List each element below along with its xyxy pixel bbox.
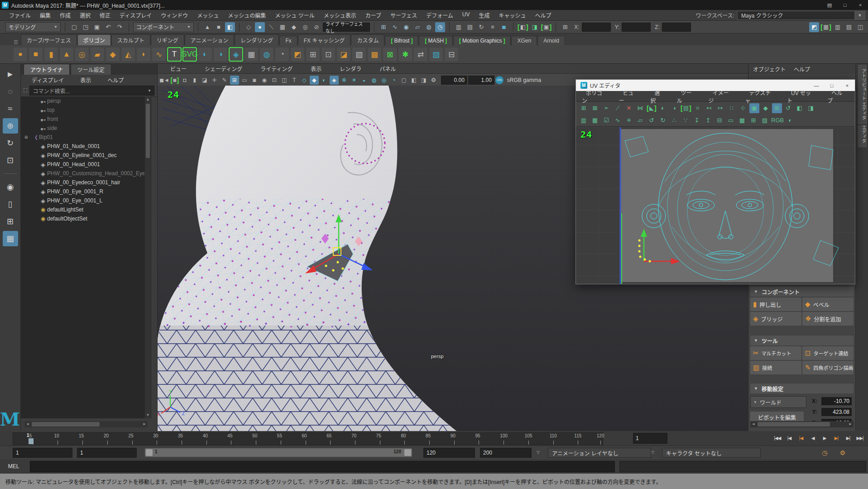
outliner-item-head[interactable]: PHW_00_Head_0001 [21, 160, 151, 169]
uv-shell-pack-icon[interactable]: ∴ [669, 115, 679, 125]
uv-pattern-icon[interactable]: ▨ [760, 115, 770, 125]
range-start-handle[interactable] [146, 449, 153, 456]
poly-disc-icon[interactable]: ◆ [106, 48, 120, 61]
output-connections-icon[interactable]: ▤ [465, 22, 475, 32]
render-icon[interactable]: ◧ [518, 22, 528, 32]
uv-editor-canvas[interactable]: 24 [576, 127, 855, 284]
uv-align-down-icon[interactable]: ↧ [692, 115, 702, 125]
uv-freeze-icon[interactable]: ✳ [624, 115, 634, 125]
scroll-right-icon[interactable]: ► [141, 421, 148, 427]
combine-icon[interactable]: ◍ [260, 48, 273, 61]
outliner-item-eyedeco[interactable]: PHW_00_Eyedeco_0001_hair [21, 178, 151, 187]
current-frame-field[interactable]: 1 [633, 433, 667, 444]
uv-unfold-icon[interactable]: ☑ [601, 115, 611, 125]
uv-flip-v-icon[interactable]: ◑ [669, 103, 679, 113]
depth-of-field-icon[interactable]: ◔ [389, 76, 398, 85]
shelf-tab[interactable]: MASH [419, 36, 453, 45]
boolean-icon[interactable]: ⊞ [306, 48, 320, 61]
outliner-item-eye-l[interactable]: PHW_00_Eye_0001_L [21, 196, 151, 205]
viewport-menu-item[interactable]: 表示 [302, 65, 331, 72]
axis-orientation-dropdown[interactable]: ▼ワールド [750, 396, 806, 408]
menu-item[interactable]: メッシュ [192, 11, 223, 19]
gamma-toggle-button[interactable]: ON [495, 76, 504, 84]
uv-editor-menu-item[interactable]: イメージ [704, 89, 741, 104]
menu-item[interactable]: ヘルプ [531, 11, 556, 19]
shelf-tab[interactable]: カーブ/サーフェス [21, 34, 77, 45]
uv-distribute-icon[interactable]: ∷ [727, 103, 737, 113]
uv-normalize-icon[interactable]: ⊟ [715, 115, 724, 125]
shelf-tab[interactable]: XGen [511, 36, 537, 45]
outliner-item-side[interactable]: side [21, 124, 151, 133]
svg-tool-icon[interactable]: SVG [183, 48, 197, 61]
attribute-editor-toggle-icon[interactable]: ▤ [844, 22, 854, 32]
mask-off-icon[interactable]: ⊘ [312, 22, 321, 32]
uv-select-shell-icon[interactable]: ▥ [579, 115, 589, 125]
save-scene-icon[interactable]: ▣ [92, 22, 102, 32]
snap-curve-icon[interactable]: ∿ [390, 22, 400, 32]
quad-draw-icon[interactable]: ✱ [398, 48, 412, 61]
menu-item[interactable]: 修正 [95, 11, 115, 19]
platonic-solid-icon[interactable]: ◭ [121, 48, 135, 61]
uv-layout-icon[interactable]: ▤ [681, 103, 691, 113]
open-scene-icon[interactable]: ◳ [81, 22, 91, 32]
poly-cube-icon[interactable]: ■ [29, 48, 43, 61]
render-settings-icon[interactable]: ▣ [541, 22, 552, 32]
uv-grid-display-icon[interactable]: ⊞ [772, 103, 782, 113]
component-section-header[interactable]: ▼ コンポーネント [750, 287, 854, 297]
right-panel-menu-item[interactable]: ヘルプ [794, 65, 810, 73]
uv-move-tool-icon[interactable]: ⊠ [590, 103, 600, 113]
grid-icon[interactable]: ⊞ [230, 76, 239, 85]
close-button[interactable]: × [853, 0, 868, 10]
uv-select-face-icon[interactable]: ▦ [590, 115, 600, 125]
select-tool-icon[interactable]: ► [3, 67, 18, 82]
uv-rotate-ccw-icon[interactable]: ↺ [647, 115, 657, 125]
mask-faces-icon[interactable]: ▦ [278, 22, 288, 32]
outliner-item-persp[interactable]: persp [21, 96, 151, 105]
uv-relax-icon[interactable]: ∿ [613, 115, 623, 125]
menu-item[interactable]: サーフェス [386, 11, 422, 19]
command-search-input[interactable]: コマンド検索... ▼ [29, 86, 154, 96]
select-hierarchy-icon[interactable]: ▲ [202, 22, 212, 32]
paint-effects-icon[interactable]: ◙ [499, 22, 509, 32]
rotate-tool-icon[interactable]: ↻ [3, 135, 18, 151]
shelf-tab[interactable]: Bifrost [385, 36, 418, 45]
uv-snapshot-icon[interactable]: ▣ [749, 103, 759, 113]
extrude-button[interactable]: ▮押し出し [750, 297, 801, 311]
channel-box-toggle-icon[interactable]: ▥ [833, 22, 843, 32]
search-dropdown-arrow-icon[interactable]: ▼ [148, 89, 151, 93]
field-chart-icon[interactable]: ⊡ [270, 76, 279, 85]
snap-plane-icon[interactable]: ▱ [412, 22, 422, 32]
construction-history-icon[interactable]: ≡ [488, 22, 498, 32]
mirror-icon[interactable]: ◩ [291, 48, 304, 61]
shaded-icon[interactable]: ◆ [310, 76, 319, 85]
viewport-menu-item[interactable]: パネル [370, 65, 405, 72]
uv-editor-menu-item[interactable]: ツール [673, 89, 705, 104]
menu-item[interactable]: デフォーム [422, 11, 458, 19]
smooth-icon[interactable]: ◐ [198, 48, 212, 61]
gate-mask-icon[interactable]: ◉ [260, 76, 269, 85]
menu-item[interactable]: UV [458, 11, 475, 19]
outliner-vertical-scrollbar[interactable]: ▲ ▼ [144, 96, 151, 418]
history-icon[interactable]: ↻ [476, 22, 486, 32]
uv-cut-tool-icon[interactable]: ⟋ [613, 103, 623, 113]
exposure-field[interactable]: 0.00 [441, 76, 467, 85]
step-forward-frame-button[interactable]: ▶| [843, 432, 854, 444]
viewport-menu-item[interactable]: シェーディング [196, 65, 251, 72]
mask-misc-icon[interactable]: ◎ [300, 22, 310, 32]
animation-start-field[interactable]: 1 [13, 448, 72, 458]
animation-end-field[interactable]: 200 [480, 448, 532, 458]
uv-warp-icon[interactable]: ▱ [635, 115, 645, 125]
isolate-select-icon[interactable]: ▢ [399, 76, 408, 85]
shelf-tab[interactable]: ポリゴン [77, 34, 111, 45]
select-camera-icon[interactable]: ◼◄ [159, 76, 169, 85]
multi-cut-button[interactable]: ✂マルチカット [750, 346, 801, 360]
menu-item[interactable]: メッシュの編集 [223, 11, 270, 19]
character-dropdown-arrow-icon[interactable]: ▽ [651, 450, 654, 455]
uv-straighten-icon[interactable]: ▭ [726, 115, 736, 125]
playback-end-field[interactable]: 120 [423, 448, 475, 458]
poly-helix-icon[interactable]: ∿ [152, 48, 166, 61]
play-backwards-button[interactable]: ◀ [807, 432, 818, 444]
scroll-right-icon[interactable]: ► [847, 421, 854, 427]
maximize-button[interactable]: □ [837, 0, 853, 10]
outliner-menu-item[interactable]: 表示 [73, 76, 98, 84]
